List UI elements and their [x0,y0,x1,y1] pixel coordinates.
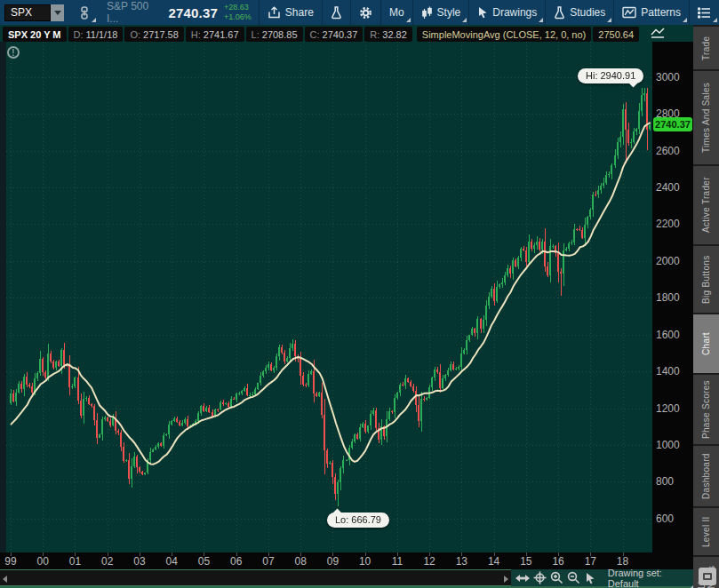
timeframe-button[interactable]: Mo [380,0,412,25]
price-tick-label: 2200 [656,217,680,231]
onDemand-button[interactable] [322,0,350,25]
sidebar-tab-chart[interactable]: Chart [693,314,719,373]
price-tick-label: 1000 [656,438,680,452]
price-tick-label: 2000 [656,254,680,268]
drawings-button[interactable]: Drawings [468,0,545,25]
time-tick-label: 09 [323,555,342,568]
price-tick-label: 1200 [656,401,680,416]
time-tick-label: 12 [419,555,439,568]
price-tick-label: 2400 [656,180,680,195]
link-button[interactable] [71,0,98,25]
time-tick-label: 18 [613,555,633,568]
sidebar-tab-active-trader[interactable]: Active Trader [693,166,719,244]
time-tick-label: 10 [356,555,375,568]
candlestick-style-icon [421,6,433,20]
ohlc-open: O:2717.58 [124,27,183,42]
symbol-combo: SPX [4,4,64,21]
gear-icon [359,6,372,20]
sidebar-tab-big-buttons[interactable]: Big Buttons [693,246,719,313]
style-label: Style [437,6,461,19]
panel-corner-button[interactable] [699,568,716,585]
patterns-button[interactable]: Patterns [613,0,689,25]
right-sidebar: TradeTimes And SalesActive TraderBig But… [693,25,719,588]
chart-h-scrollbar[interactable] [0,569,511,586]
time-tick-label: 15 [516,555,536,568]
pattern-chart-icon [622,6,636,19]
low-annotation: Lo: 666.79 [327,513,389,528]
share-label: Share [285,6,314,19]
ohlc-high: H:2741.67 [186,27,244,42]
ohlc-close: C:2740.37 [305,27,363,42]
drawing-set-selector[interactable]: Drawing set: Default [608,568,693,588]
symbol-dropdown-button[interactable] [51,4,64,21]
sidebar-tab-phase-scores[interactable]: Phase Scores [693,375,719,444]
price-axis[interactable]: 2740.37 30002800260024002200200018001600… [652,42,693,552]
zoom-out-icon[interactable] [567,570,580,585]
sidebar-tab-dashboard[interactable]: Dashboard [693,446,719,506]
chart-status-bar: SPX 20 Y M D:11/1/18 O:2717.58 H:2741.67… [3,27,641,42]
restore-panel-icon [703,573,712,580]
symbol-input[interactable]: SPX [4,4,51,21]
change-value: +28.63 [224,3,252,12]
time-tick-label: 17 [580,555,600,568]
timeframe-label: Mo [389,6,404,19]
thinkorswim-chart-window: SPX S&P 500 I... 2740.37 +28.63 +1.06% S… [0,0,719,588]
chart-tools: Drawing set: Default [515,569,693,586]
price-tick-label: 3000 [656,70,680,84]
price-tick-label: 1800 [656,290,680,305]
study-descriptor[interactable]: SimpleMovingAvg (CLOSE, 12, 0, no) [417,27,591,42]
pan-horizontal-icon[interactable] [515,570,530,585]
chart-mode-icon[interactable] [649,27,667,39]
time-tick-label: 07 [259,555,278,568]
time-tick-label: 99 [1,555,20,568]
chart-title: SPX 20 Y M [3,27,67,42]
change-percent: +1.06% [224,12,252,22]
share-icon [268,6,281,19]
scroll-right-arrow-icon[interactable] [504,576,508,583]
time-tick-label: 06 [227,555,246,568]
cursor-icon [477,6,488,19]
time-tick-label: 08 [291,555,310,568]
price-change: +28.63 +1.06% [224,3,252,22]
pointer-tool-icon[interactable] [584,570,597,585]
style-button[interactable]: Style [412,0,469,25]
ohlc-date: D:11/1/18 [68,27,124,42]
share-button[interactable]: Share [259,0,322,25]
crosshair-icon[interactable] [533,570,547,585]
study-value: 2750.64 [593,27,639,42]
flask-icon [554,6,565,20]
patterns-label: Patterns [641,6,681,19]
time-tick-label: 03 [130,555,149,568]
symbol-description: S&P 500 I... [107,0,161,25]
time-tick-label: 16 [548,555,568,568]
chart-info-icon[interactable]: ! [7,46,20,59]
chart-menu-button[interactable] [689,0,719,25]
zoom-in-icon[interactable] [550,570,563,585]
time-tick-label: 05 [194,555,213,568]
ohlc-low: L:2708.85 [246,27,303,42]
drawings-label: Drawings [492,6,537,19]
settings-button[interactable] [350,0,380,25]
flask-icon [331,6,342,20]
studies-button[interactable]: Studies [545,0,613,25]
price-tick-label: 1400 [656,364,680,378]
scroll-left-arrow-icon[interactable] [3,576,7,583]
time-tick-label: 00 [33,555,52,568]
ohlc-range: R:32.82 [364,27,412,42]
price-tick-label: 800 [656,474,674,489]
high-annotation: Hi: 2940.91 [578,68,643,83]
top-toolbar: SPX S&P 500 I... 2740.37 +28.63 +1.06% S… [0,0,719,25]
time-tick-label: 01 [65,555,84,568]
sidebar-tab-times-and-sales[interactable]: Times And Sales [693,71,719,164]
last-price-badge: 2740.37 [653,117,692,131]
studies-label: Studies [570,6,605,19]
chart-bottom-bar: Drawing set: Default [0,569,693,588]
sidebar-tab-level-ii[interactable]: Level II [693,508,719,555]
time-tick-label: 13 [451,555,471,568]
price-tick-label: 1600 [656,328,680,342]
sidebar-tab-trade[interactable]: Trade [693,27,719,69]
price-chart-canvas[interactable] [0,42,652,552]
list-menu-icon [698,7,711,19]
last-price: 2740.37 [168,5,218,20]
time-axis[interactable]: 9900010203040506070809101112131415161718 [0,552,693,569]
